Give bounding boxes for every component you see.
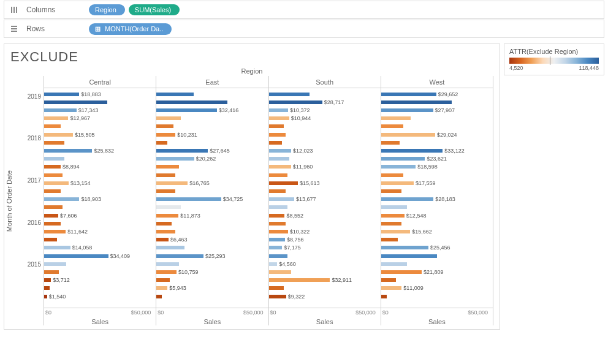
bar[interactable] bbox=[381, 197, 434, 201]
bar[interactable] bbox=[269, 93, 310, 96]
bar[interactable] bbox=[156, 278, 169, 282]
bar[interactable] bbox=[44, 124, 61, 128]
bar[interactable] bbox=[44, 230, 66, 233]
bar[interactable] bbox=[381, 173, 403, 177]
bar[interactable] bbox=[269, 262, 278, 266]
bar[interactable] bbox=[269, 100, 322, 104]
bar[interactable] bbox=[44, 116, 68, 120]
bar[interactable] bbox=[44, 246, 70, 249]
bar[interactable] bbox=[156, 189, 175, 193]
bar[interactable] bbox=[156, 173, 175, 177]
bar[interactable] bbox=[381, 238, 398, 241]
bar[interactable] bbox=[381, 100, 452, 104]
panel-body[interactable]: $32,416$10,231$27,645$20,262$16,765$34,7… bbox=[156, 88, 268, 308]
bar[interactable] bbox=[381, 205, 408, 209]
panel-header[interactable]: Central bbox=[44, 76, 156, 88]
bar[interactable] bbox=[156, 270, 177, 274]
bar[interactable] bbox=[381, 157, 425, 161]
bar[interactable] bbox=[381, 93, 436, 96]
legend-gradient[interactable] bbox=[509, 58, 599, 64]
bar[interactable] bbox=[381, 108, 433, 112]
bar[interactable] bbox=[44, 141, 64, 145]
expand-icon[interactable]: ⊞ bbox=[95, 25, 101, 33]
bar[interactable] bbox=[269, 165, 291, 169]
bar[interactable] bbox=[269, 238, 286, 241]
bar[interactable] bbox=[269, 246, 283, 249]
bar[interactable] bbox=[44, 189, 61, 193]
bar[interactable] bbox=[381, 124, 403, 128]
bar[interactable] bbox=[381, 295, 387, 298]
bar[interactable] bbox=[44, 108, 77, 112]
bar[interactable] bbox=[156, 141, 167, 145]
bar[interactable] bbox=[269, 124, 284, 128]
bar[interactable] bbox=[381, 149, 443, 153]
bar[interactable] bbox=[156, 133, 175, 137]
bar[interactable] bbox=[269, 270, 291, 274]
sheet-title[interactable]: EXCLUDE bbox=[10, 49, 493, 65]
bar[interactable] bbox=[269, 181, 298, 185]
x-axis[interactable]: $0$50,000 bbox=[44, 308, 156, 317]
panel-body[interactable]: $29,652$27,907$29,024$33,122$23,621$18,5… bbox=[381, 88, 493, 308]
bar[interactable] bbox=[381, 141, 400, 145]
bar[interactable] bbox=[381, 246, 428, 249]
bar[interactable] bbox=[381, 278, 396, 282]
bar[interactable] bbox=[269, 173, 287, 177]
color-legend[interactable]: ATTR(Exclude Region) 4,520 118,448 bbox=[504, 44, 604, 330]
bar[interactable] bbox=[44, 238, 57, 241]
bar[interactable] bbox=[156, 108, 216, 112]
visualization-area[interactable]: EXCLUDE Region Month of Order Date 20192… bbox=[4, 44, 500, 330]
bar[interactable] bbox=[269, 197, 295, 201]
panel-header[interactable]: South bbox=[269, 76, 381, 88]
bar[interactable] bbox=[156, 157, 194, 161]
bar[interactable] bbox=[269, 141, 282, 145]
x-axis[interactable]: $0$50,000 bbox=[381, 308, 493, 317]
bar[interactable] bbox=[381, 214, 405, 218]
panel-header[interactable]: East bbox=[156, 76, 268, 88]
bar[interactable] bbox=[156, 286, 167, 290]
bar[interactable] bbox=[269, 230, 288, 233]
columns-shelf[interactable]: Columns RegionSUM(Sales) bbox=[4, 1, 604, 19]
panel-header[interactable]: West bbox=[381, 76, 493, 88]
bar[interactable] bbox=[156, 100, 227, 104]
bar[interactable] bbox=[381, 133, 435, 137]
pill-month-order-da-[interactable]: ⊞MONTH(Order Da.. bbox=[89, 23, 172, 35]
bar[interactable] bbox=[156, 238, 169, 241]
bar[interactable] bbox=[156, 254, 203, 258]
bar[interactable] bbox=[44, 93, 79, 96]
bar[interactable] bbox=[44, 278, 51, 282]
bar[interactable] bbox=[156, 214, 178, 218]
bar[interactable] bbox=[269, 214, 285, 218]
bar[interactable] bbox=[381, 181, 414, 185]
bar[interactable] bbox=[44, 295, 47, 298]
bar[interactable] bbox=[156, 197, 221, 201]
bar[interactable] bbox=[44, 214, 58, 218]
bar[interactable] bbox=[44, 149, 92, 153]
bar[interactable] bbox=[44, 133, 73, 137]
bar[interactable] bbox=[269, 133, 286, 137]
bar[interactable] bbox=[381, 286, 401, 290]
bar[interactable] bbox=[44, 100, 107, 104]
bar[interactable] bbox=[156, 93, 194, 96]
bar[interactable] bbox=[269, 254, 287, 258]
x-axis[interactable]: $0$50,000 bbox=[269, 308, 381, 317]
bar[interactable] bbox=[44, 157, 64, 161]
bar[interactable] bbox=[44, 222, 61, 226]
bar[interactable] bbox=[44, 165, 61, 169]
bar[interactable] bbox=[44, 286, 50, 290]
bar[interactable] bbox=[156, 262, 178, 266]
panel-body[interactable]: $18,883$17,343$12,967$15,505$25,832$8,89… bbox=[44, 88, 156, 308]
bar[interactable] bbox=[381, 254, 437, 258]
bar[interactable] bbox=[269, 205, 287, 209]
bar[interactable] bbox=[269, 286, 284, 290]
bar[interactable] bbox=[44, 181, 69, 185]
bar[interactable] bbox=[381, 262, 408, 266]
bar[interactable] bbox=[156, 230, 175, 233]
bar[interactable] bbox=[156, 222, 171, 226]
bar[interactable] bbox=[156, 124, 173, 128]
rows-shelf[interactable]: Rows ⊞MONTH(Order Da.. bbox=[4, 20, 604, 38]
bar[interactable] bbox=[44, 262, 66, 266]
bar[interactable] bbox=[44, 254, 108, 258]
bar[interactable] bbox=[269, 116, 289, 120]
bar[interactable] bbox=[269, 157, 289, 161]
legend-marker[interactable] bbox=[550, 56, 550, 65]
